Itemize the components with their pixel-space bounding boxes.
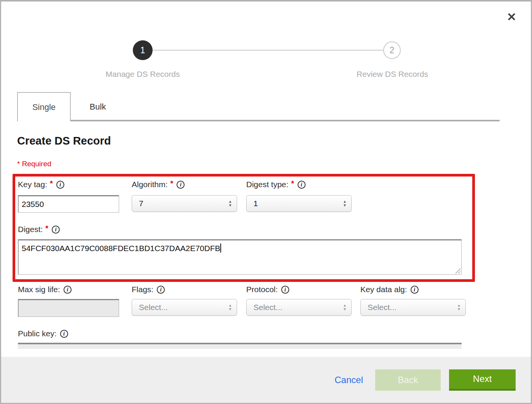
key-tag-input[interactable] [18,195,119,213]
step-2-label: Review DS Records [343,70,442,79]
required-asterisk: * [50,179,53,188]
digest-type-label: Digest type: * i [246,180,306,189]
digest-type-select[interactable]: 1 ▲▼ [246,195,352,212]
protocol-select[interactable]: Select... ▲▼ [246,299,352,316]
max-sig-life-label: Max sig life: i [18,285,72,294]
select-arrows-icon: ▲▼ [343,304,347,311]
info-icon[interactable]: i [157,286,165,294]
info-icon[interactable]: i [52,226,60,234]
close-icon[interactable]: ✕ [507,11,516,23]
key-data-alg-label: Key data alg: i [360,285,419,294]
info-icon[interactable]: i [411,286,419,294]
protocol-label: Protocol: i [246,285,289,294]
back-button[interactable]: Back [375,369,441,391]
cancel-link[interactable]: Cancel [334,375,363,385]
page-title: Create DS Record [17,135,111,147]
key-data-alg-select[interactable]: Select... ▲▼ [360,299,466,316]
flags-label: Flags: i [132,285,165,294]
tab-bar-divider [71,120,500,121]
step-2-indicator: 2 [383,41,401,59]
info-icon[interactable]: i [64,286,72,294]
required-asterisk: * [17,160,20,168]
select-arrows-icon: ▲▼ [457,304,461,311]
key-tag-label: Key tag: * i [18,180,64,189]
select-arrows-icon: ▲▼ [228,200,232,207]
select-arrows-icon: ▲▼ [228,304,232,311]
info-icon[interactable]: i [298,181,306,189]
flags-select[interactable]: Select... ▲▼ [132,299,237,316]
digest-textarea[interactable]: 54FCF030AA1C79C0088FDEC1BD1C37DAA2E70DFB [18,239,462,275]
public-key-label: Public key: i [18,329,68,339]
algorithm-label: Algorithm: * i [132,180,185,189]
step-1-label: Manage DS Records [93,70,192,79]
modal-footer: Cancel Back Next [1,357,531,403]
stepper-connector [153,50,383,51]
max-sig-life-input[interactable] [18,299,119,317]
info-icon[interactable]: i [177,181,185,189]
tab-single[interactable]: Single [17,92,71,121]
info-icon[interactable]: i [56,181,64,189]
algorithm-select[interactable]: 7 ▲▼ [132,195,237,212]
public-key-textarea[interactable] [18,343,462,349]
info-icon[interactable]: i [60,330,68,338]
step-1-indicator: 1 [133,40,153,60]
next-button[interactable]: Next [449,369,516,391]
info-icon[interactable]: i [281,286,289,294]
resize-handle-icon[interactable] [454,267,460,274]
text-cursor [220,243,221,253]
tab-bar: Single Bulk [17,92,500,121]
required-note: * Required [17,160,51,168]
tab-bulk[interactable]: Bulk [71,92,125,121]
select-arrows-icon: ▲▼ [343,200,347,207]
required-asterisk: * [291,179,294,188]
create-ds-record-modal: ✕ 1 2 Manage DS Records Review DS Record… [0,0,532,404]
required-asterisk: * [170,179,174,188]
required-asterisk: * [45,224,48,233]
digest-label: Digest: * i [18,224,60,234]
